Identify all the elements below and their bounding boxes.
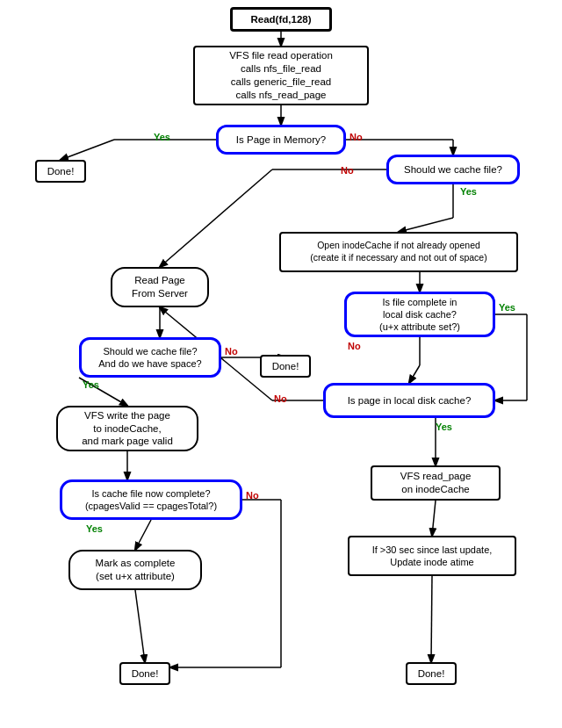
yes4-label: Yes [499, 302, 515, 313]
flowchart-diagram: Read(fd,128) VFS file read operation cal… [0, 0, 562, 728]
no3-label: No [225, 346, 238, 357]
done1-node: Done! [35, 160, 86, 183]
no1-label: No [349, 132, 363, 142]
mark-complete-node: Mark as complete (set u+x attribute) [68, 550, 202, 590]
should-cache1-node: Should we cache file? [386, 155, 520, 184]
yes1-label: Yes [154, 132, 170, 142]
no2-label: No [341, 165, 354, 176]
svg-line-17 [409, 365, 420, 383]
is-page-memory-node: Is Page in Memory? [216, 125, 346, 155]
svg-line-28 [135, 590, 145, 662]
no6-label: No [246, 490, 259, 501]
yes2-label: Yes [460, 186, 477, 197]
done2-node: Done! [260, 355, 311, 378]
vfs-ops-node: VFS file read operation calls nfs_file_r… [193, 46, 369, 105]
read-fd-node: Read(fd,128) [230, 7, 332, 32]
is-page-disk-node: Is page in local disk cache? [323, 383, 495, 418]
if-30sec-node: If >30 sec since last update, Update ino… [348, 536, 516, 576]
yes6-label: Yes [86, 523, 103, 534]
should-cache2-node: Should we cache file? And do we have spa… [79, 337, 221, 378]
svg-line-24 [135, 520, 151, 550]
is-cache-complete-node: Is cache file now complete? (cpagesValid… [60, 479, 242, 520]
svg-line-3 [61, 140, 114, 160]
yes5-label: Yes [436, 422, 452, 432]
no5-label: No [274, 393, 287, 404]
vfs-read-page-node: VFS read_page on inodeCache [371, 465, 501, 501]
yes3-label: Yes [83, 379, 99, 390]
no4-label: No [348, 341, 361, 351]
svg-line-29 [432, 501, 436, 536]
done4-node: Done! [406, 662, 457, 685]
svg-line-7 [160, 169, 272, 267]
done3-node: Done! [119, 662, 170, 685]
vfs-write-node: VFS write the page to inodeCache, and ma… [56, 406, 198, 451]
is-file-complete-disk-node: Is file complete in local disk cache? (u… [344, 292, 495, 337]
svg-line-30 [431, 576, 432, 662]
open-inode-cache-node: Open inodeCache if not already opened (c… [279, 232, 518, 272]
read-page-server-node: Read Page From Server [111, 267, 209, 307]
svg-line-9 [399, 218, 453, 232]
